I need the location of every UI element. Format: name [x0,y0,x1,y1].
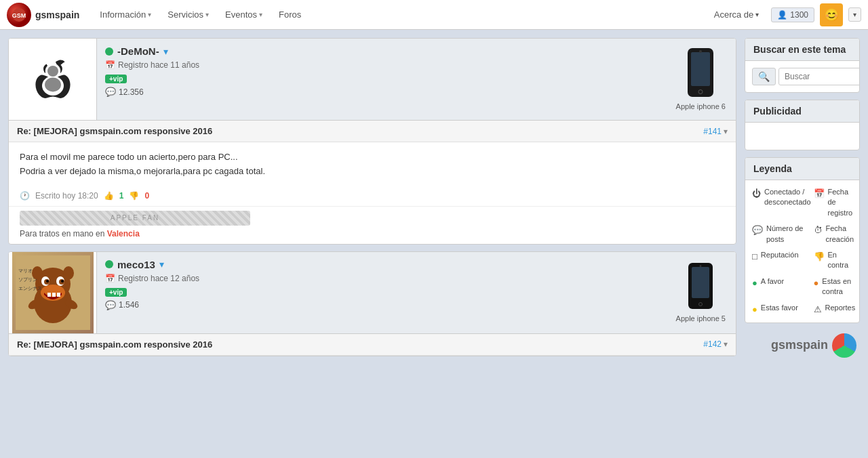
user-avatar-icon: 😊 [824,7,839,22]
search-widget-body: 🔍 [745,61,859,92]
device-info-area: Apple iphone 6 [666,39,736,120]
legend-widget-header: Leyenda [745,158,859,180]
sidebar: Buscar en este tema 🔍 Publicidad Leyenda… [745,38,860,361]
apple-logo-svg [26,52,80,106]
nav-right-area: Acerca de ▾ 👤 1300 😊 ▾ [707,3,861,26]
legend-grid: ⏻ Conectado / desconectado 📅 Fecha de re… [745,180,859,322]
main-layout: -DeMoN- ▾ 📅 Registro hace 11 años +vip 💬… [0,30,868,369]
svg-text:エンシナス: エンシナス [18,286,42,291]
svg-point-5 [47,66,58,77]
iphone5-camera-icon [700,265,702,267]
device-label: Apple iphone 6 [676,102,726,110]
iphone-home-button [698,89,703,94]
post-header: -DeMoN- ▾ 📅 Registro hace 11 años +vip 💬… [9,39,736,121]
search-row: 🔍 [752,68,852,85]
iphone5-screen [692,267,709,298]
user-registration-info: 📅 Registro hace 11 años [105,60,658,70]
calendar-icon-2: 📅 [105,274,115,283]
taz-svg: マリオ ソプリン エンシナス [16,255,90,330]
post-count-row: 💬 12.356 [105,87,658,97]
calendar-legend-icon: 📅 [814,188,825,200]
sig-banner: APPLE FAN [20,211,250,226]
thumbsdown-icon: 👎 [129,191,139,201]
legend-item-reputation: □ Reputación [752,250,811,271]
yellow-dot-icon: ● [752,304,757,316]
post-title: Re: [MEJORA] gsmspain.com responsive 201… [17,126,212,136]
nav-item-info[interactable]: Información ▾ [93,5,158,24]
svg-rect-11 [47,293,51,297]
post-signature: APPLE FAN Para tratos en mano en Valenci… [9,206,736,244]
vip-badge-2: +vip [105,288,127,297]
reputation-icon: □ [752,251,757,263]
top-navigation: GSM gsmspain Información ▾ Servicios ▾ E… [0,0,868,30]
iphone-screen [691,52,710,86]
svg-point-6 [45,78,61,92]
content-area: -DeMoN- ▾ 📅 Registro hace 11 años +vip 💬… [8,38,736,361]
search-input[interactable] [778,68,860,85]
apple-avatar-image [12,39,94,120]
vote-up-count: 1 [119,191,124,201]
vote-down-count: 0 [144,191,149,201]
sig-city: Valencia [107,229,140,238]
site-logo[interactable]: GSM gsmspain [7,3,79,27]
legend-item-posts: 💬 Número de posts [752,224,811,245]
device-info-area-2: Apple iphone 5 [666,252,736,333]
orange-dot-icon: ● [814,277,819,289]
post-count-row-2: 💬 1.546 [105,300,658,310]
user-avatar-area [9,39,97,120]
post-title-bar: Re: [MEJORA] gsmspain.com responsive 201… [9,121,736,142]
comment-icon-2: 💬 [105,300,116,310]
post-card-2: 🐻 [8,251,736,356]
dropdown-chevron-icon: ▾ [853,11,856,18]
nav-item-events[interactable]: Eventos ▾ [218,5,269,24]
legend-item-en-contra: 👎 En contra [814,250,856,271]
user-avatar-button[interactable]: 😊 [820,3,843,26]
gsm-ball-icon [832,333,856,358]
post-chevron-icon: ▾ [724,127,728,136]
svg-rect-12 [52,293,56,297]
sig-location: Para tratos en mano en Valencia [20,229,725,238]
legend-item-reports: ⚠ Reportes [814,303,856,316]
user-name-row-2: meco13 ▾ [105,259,658,270]
caret-icon: ▾ [755,11,759,18]
iphone-camera-icon [699,50,702,53]
clock-legend-icon: ⏱ [814,224,823,236]
legend-item-reg-date: 📅 Fecha de registro [814,187,856,218]
user-verified-icon-2: ▾ [159,259,164,270]
search-button[interactable]: 🔍 [752,68,776,85]
clock-icon: 🕐 [20,191,30,201]
user-info-area: -DeMoN- ▾ 📅 Registro hace 11 años +vip 💬… [97,39,666,120]
user-status-online-icon [105,47,113,56]
caret-icon: ▾ [259,11,262,18]
username-label-2: meco13 [117,259,155,270]
post-title-bar-2: Re: [MEJORA] gsmspain.com responsive 201… [9,334,736,356]
legend-item-estas-favor: ● Estas favor [752,303,811,316]
legend-item-connected: ⏻ Conectado / desconectado [752,187,811,218]
iphone5-image [688,263,713,309]
about-dropdown[interactable]: Acerca de ▾ [707,6,766,23]
comment-icon: 💬 [105,87,116,97]
user-dropdown-button[interactable]: ▾ [848,7,861,22]
post-number-2: #142 ▾ [703,339,728,349]
svg-point-18 [46,280,49,283]
taz-art: マリオ ソプリン エンシナス [12,252,94,333]
post-number-link-2[interactable]: #142 [703,339,722,349]
iphone6-image [688,48,713,97]
post-number-link[interactable]: #141 [703,127,722,136]
post-header-2: 🐻 [9,252,736,334]
user-verified-icon: ▾ [163,46,168,57]
thumbsup-icon: 👍 [104,191,114,201]
nav-links: Información ▾ Servicios ▾ Eventos ▾ Foro… [93,5,707,24]
search-widget-header: Buscar en este tema [745,39,859,61]
nav-item-forums[interactable]: Foros [272,5,308,24]
red-dot-icon: 👎 [814,251,825,263]
user-info-area-2: meco13 ▾ 📅 Registro hace 12 años +vip 💬 … [97,252,666,333]
device-label-2: Apple iphone 5 [676,314,726,322]
ads-widget: Publicidad [745,100,860,150]
caret-icon: ▾ [205,11,209,18]
vip-badge-row-2: +vip [105,287,658,297]
iphone5-home-button [698,302,703,306]
user-name-row: -DeMoN- ▾ [105,45,658,57]
power-icon: ⏻ [752,188,761,200]
nav-item-services[interactable]: Servicios ▾ [161,5,216,24]
